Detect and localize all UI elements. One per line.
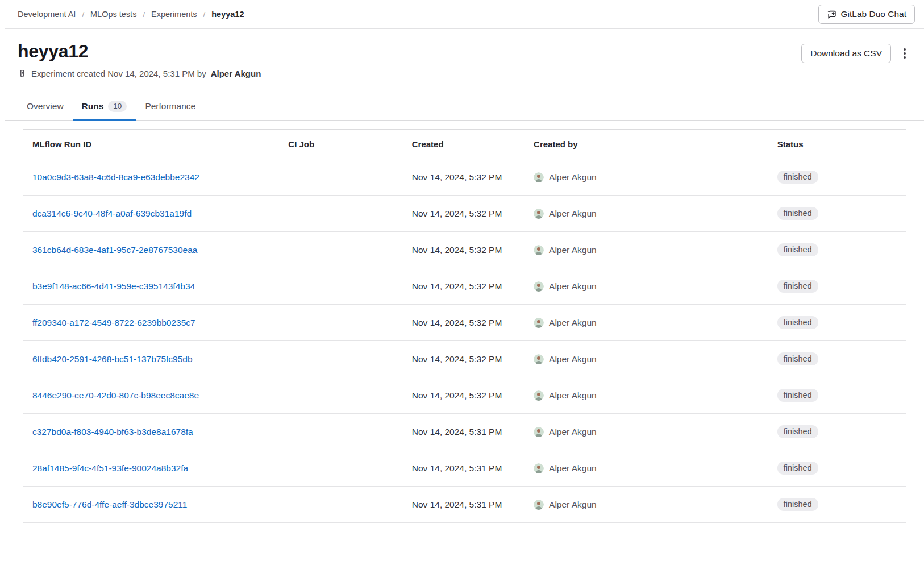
table-header-row: MLflow Run ID CI Job Created Created by … [23, 130, 906, 159]
status-badge: finished [777, 243, 818, 256]
table-row: 28af1485-9f4c-4f51-93fe-90024a8b32fa Nov… [23, 450, 906, 487]
run-id-link[interactable]: 28af1485-9f4c-4f51-93fe-90024a8b32fa [32, 463, 188, 473]
run-id-link[interactable]: 361cb64d-683e-4af1-95c7-2e8767530eaa [32, 245, 197, 255]
ci-job-cell [279, 305, 402, 341]
user-avatar [534, 172, 544, 182]
column-header-created-by: Created by [525, 130, 768, 159]
experiment-meta: Experiment created Nov 14, 2024, 5:31 PM… [5, 63, 924, 78]
page-header: heyya12 Download as CSV [5, 29, 924, 63]
runs-table: MLflow Run ID CI Job Created Created by … [23, 129, 906, 523]
page-title: heyya12 [18, 41, 88, 61]
breadcrumb-item-project[interactable]: MLOps tests [90, 10, 136, 19]
created-by-name: Alper Akgun [549, 427, 597, 437]
page-container: Development AI / MLOps tests / Experimen… [5, 0, 924, 565]
status-cell: finished [768, 232, 906, 268]
run-id-cell: c327bd0a-f803-4940-bf63-b3de8a1678fa [23, 414, 279, 450]
download-csv-button[interactable]: Download as CSV [801, 44, 891, 63]
status-badge: finished [777, 280, 818, 293]
status-cell: finished [768, 305, 906, 341]
table-row: ff209340-a172-4549-8722-6239bb0235c7 Nov… [23, 305, 906, 341]
run-id-cell: 28af1485-9f4c-4f51-93fe-90024a8b32fa [23, 450, 279, 487]
ci-job-cell [279, 196, 402, 232]
run-id-cell: ff209340-a172-4549-8722-6239bb0235c7 [23, 305, 279, 341]
created-cell: Nov 14, 2024, 5:32 PM [403, 232, 525, 268]
table-row: c327bd0a-f803-4940-bf63-b3de8a1678fa Nov… [23, 414, 906, 450]
breadcrumb-bar: Development AI / MLOps tests / Experimen… [5, 0, 924, 29]
created-by-name: Alper Akgun [549, 318, 597, 328]
ci-job-cell [279, 232, 402, 268]
user-avatar [534, 463, 544, 473]
created-by-cell: Alper Akgun [525, 414, 768, 450]
breadcrumb: Development AI / MLOps tests / Experimen… [18, 10, 244, 19]
tab-runs[interactable]: Runs 10 [73, 93, 136, 121]
kebab-dot [904, 48, 906, 51]
status-cell: finished [768, 487, 906, 523]
user-avatar [534, 318, 544, 328]
created-cell: Nov 14, 2024, 5:31 PM [403, 414, 525, 450]
created-by-name: Alper Akgun [549, 245, 597, 255]
table-row: 361cb64d-683e-4af1-95c7-2e8767530eaa Nov… [23, 232, 906, 268]
runs-table-body: 10a0c9d3-63a8-4c6d-8ca9-e63debbe2342 Nov… [23, 159, 906, 523]
duo-chat-label: GitLab Duo Chat [841, 9, 906, 19]
status-cell: finished [768, 159, 906, 196]
kebab-dot [904, 56, 906, 59]
breadcrumb-item-experiments[interactable]: Experiments [151, 10, 197, 19]
duo-chat-icon [827, 10, 836, 19]
tab-label: Performance [145, 101, 195, 111]
user-avatar [534, 245, 544, 255]
table-row: b3e9f148-ac66-4d41-959e-c395143f4b34 Nov… [23, 268, 906, 305]
created-by-cell: Alper Akgun [525, 377, 768, 414]
ci-job-cell [279, 159, 402, 196]
status-badge: finished [777, 498, 818, 511]
experiment-vial-icon [18, 69, 27, 78]
created-by-name: Alper Akgun [549, 500, 597, 510]
breadcrumb-separator: / [82, 10, 84, 19]
tab-performance[interactable]: Performance [136, 93, 205, 121]
run-id-cell: 361cb64d-683e-4af1-95c7-2e8767530eaa [23, 232, 279, 268]
user-avatar [534, 427, 544, 437]
created-by-name: Alper Akgun [549, 209, 597, 219]
status-badge: finished [777, 316, 818, 329]
status-cell: finished [768, 377, 906, 414]
ci-job-cell [279, 268, 402, 305]
breadcrumb-item-group[interactable]: Development AI [18, 10, 76, 19]
breadcrumb-separator: / [143, 10, 145, 19]
table-row: 10a0c9d3-63a8-4c6d-8ca9-e63debbe2342 Nov… [23, 159, 906, 196]
created-by-cell: Alper Akgun [525, 450, 768, 487]
run-id-cell: 6ffdb420-2591-4268-bc51-137b75fc95db [23, 341, 279, 377]
column-header-created: Created [403, 130, 525, 159]
status-cell: finished [768, 450, 906, 487]
created-cell: Nov 14, 2024, 5:32 PM [403, 377, 525, 414]
status-badge: finished [777, 425, 818, 438]
run-id-cell: dca314c6-9c40-48f4-a0af-639cb31a19fd [23, 196, 279, 232]
breadcrumb-item-current: heyya12 [211, 10, 244, 19]
ci-job-cell [279, 377, 402, 414]
created-cell: Nov 14, 2024, 5:32 PM [403, 268, 525, 305]
created-by-cell: Alper Akgun [525, 159, 768, 196]
run-id-link[interactable]: 6ffdb420-2591-4268-bc51-137b75fc95db [32, 354, 193, 364]
user-avatar [534, 390, 544, 401]
run-id-link[interactable]: 10a0c9d3-63a8-4c6d-8ca9-e63debbe2342 [32, 172, 199, 182]
kebab-menu-button[interactable] [899, 45, 910, 62]
run-id-cell: b3e9f148-ac66-4d41-959e-c395143f4b34 [23, 268, 279, 305]
created-by-name: Alper Akgun [549, 463, 597, 473]
run-id-link[interactable]: ff209340-a172-4549-8722-6239bb0235c7 [32, 318, 195, 327]
created-by-name: Alper Akgun [549, 281, 597, 292]
experiment-created-text: Experiment created Nov 14, 2024, 5:31 PM… [31, 69, 206, 78]
run-id-link[interactable]: b8e90ef5-776d-4ffe-aeff-3dbce3975211 [32, 500, 187, 509]
created-cell: Nov 14, 2024, 5:31 PM [403, 450, 525, 487]
created-by-cell: Alper Akgun [525, 196, 768, 232]
header-actions: Download as CSV [801, 44, 910, 63]
run-id-link[interactable]: c327bd0a-f803-4940-bf63-b3de8a1678fa [32, 427, 193, 437]
created-by-cell: Alper Akgun [525, 232, 768, 268]
tab-overview[interactable]: Overview [18, 93, 73, 121]
table-row: b8e90ef5-776d-4ffe-aeff-3dbce3975211 Nov… [23, 487, 906, 523]
status-badge: finished [777, 171, 818, 184]
gitlab-duo-chat-button[interactable]: GitLab Duo Chat [818, 5, 915, 24]
ci-job-cell [279, 414, 402, 450]
run-id-link[interactable]: dca314c6-9c40-48f4-a0af-639cb31a19fd [32, 209, 192, 218]
user-avatar [534, 209, 544, 219]
run-id-link[interactable]: 8446e290-ce70-42d0-807c-b98eec8cae8e [32, 390, 199, 400]
run-id-cell: b8e90ef5-776d-4ffe-aeff-3dbce3975211 [23, 487, 279, 523]
run-id-link[interactable]: b3e9f148-ac66-4d41-959e-c395143f4b34 [32, 281, 195, 291]
